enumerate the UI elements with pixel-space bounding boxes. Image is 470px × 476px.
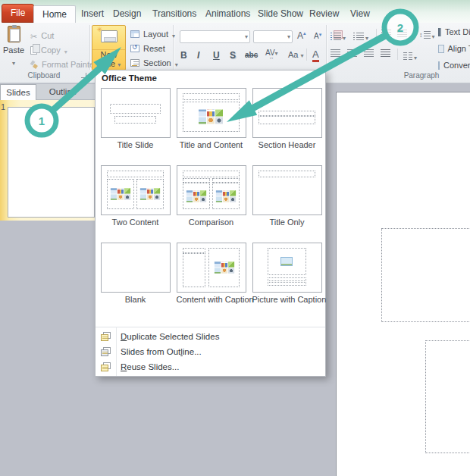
placeholder-outline (268, 277, 306, 281)
new-slide-label-2: Slide (92, 59, 125, 68)
increase-indent-icon (397, 30, 407, 38)
slide-editing-canvas[interactable] (336, 92, 470, 476)
section-button[interactable]: Section (130, 56, 178, 70)
placeholder-outline (110, 104, 161, 114)
tab-file[interactable]: File (2, 4, 34, 23)
line-spacing-button[interactable]: ↕ (419, 28, 435, 42)
layout-thumbnail (177, 88, 246, 138)
justify-button[interactable] (381, 49, 390, 58)
increase-indent-button[interactable] (397, 30, 407, 38)
copy-button[interactable]: Copy (30, 43, 67, 57)
layout-caret (172, 27, 175, 41)
align-text-button[interactable]: Align Text (438, 42, 470, 55)
layout-option-content-with-caption[interactable]: Content with Caption (177, 243, 246, 305)
pane-tab-slides[interactable]: Slides (0, 84, 36, 100)
underline-button[interactable]: U (213, 50, 220, 61)
menu-item-duplicate-selected-slides[interactable]: Duplicate Selected Slides (96, 329, 325, 344)
tab-review[interactable]: Review (301, 5, 347, 23)
layout-option-title-slide[interactable]: Title Slide (101, 88, 171, 151)
new-slide-dropdown: Office Theme Title SlideTitle and Conten… (95, 70, 326, 377)
decrease-indent-icon (381, 30, 391, 38)
convert-smartart-button[interactable]: Convert to SmartArt (438, 58, 470, 72)
slide-thumbnail[interactable] (8, 107, 95, 218)
format-painter-button[interactable]: Format Painter (30, 58, 97, 71)
menu-item-reuse-slides[interactable]: Reuse Slides... (96, 359, 325, 374)
numbering-button[interactable] (353, 30, 368, 43)
layout-option-two-content[interactable]: Two Content (101, 165, 171, 228)
paste-button[interactable]: Paste (2, 25, 26, 70)
text-shadow-button[interactable]: S (230, 50, 236, 61)
reset-button[interactable]: Reset (130, 42, 165, 55)
layout-label: Title Only (252, 218, 322, 228)
align-center-button[interactable] (347, 49, 357, 58)
align-text-icon (438, 45, 444, 53)
slide-thumbnail-zone: 1 (0, 100, 95, 221)
clipboard-dialog-launcher-icon[interactable] (81, 73, 86, 78)
separator (397, 49, 398, 60)
cut-button[interactable]: Cut (30, 29, 54, 42)
layout-label: Title and Content (177, 140, 246, 151)
grow-font-button[interactable]: A (297, 30, 306, 41)
layout-gallery: Title SlideTitle and ContentSection Head… (99, 88, 324, 305)
text-placeholder[interactable] (381, 228, 470, 322)
text-direction-label: Text Direction (445, 27, 470, 36)
new-slide-menu-half[interactable]: New Slide (92, 49, 125, 71)
new-slide-button[interactable]: New Slide (92, 25, 126, 70)
placeholder-outline (136, 179, 164, 209)
placeholder-outline (107, 179, 134, 209)
italic-button[interactable]: I (197, 50, 199, 61)
bullets-button[interactable] (331, 30, 346, 43)
placeholder-outline (183, 178, 210, 183)
character-spacing-button[interactable]: AV↔ (265, 49, 278, 60)
layout-option-blank[interactable]: Blank (101, 243, 171, 305)
placeholder-outline (183, 102, 240, 132)
tab-design[interactable]: Design (105, 5, 149, 23)
text-placeholder[interactable] (425, 340, 470, 453)
align-left-button[interactable] (331, 49, 340, 58)
duplicate-slides-icon (101, 332, 111, 341)
paste-dropdown-caret[interactable] (12, 55, 15, 67)
picture-icon (280, 257, 293, 266)
strikethrough-button[interactable]: abc (245, 51, 258, 59)
placeholder-outline (183, 248, 206, 252)
copy-label: Copy (41, 45, 61, 55)
layout-thumbnail (101, 88, 171, 138)
tab-view[interactable]: View (342, 5, 378, 23)
content-icons (140, 188, 160, 200)
placeholder-outline (212, 183, 240, 209)
bold-button[interactable]: B (180, 50, 187, 61)
tab-transitions[interactable]: Transitions (144, 5, 205, 23)
content-icons (214, 261, 233, 274)
section-icon (130, 59, 139, 67)
layout-option-title-and-content[interactable]: Title and Content (177, 88, 246, 151)
decrease-indent-button[interactable] (381, 30, 391, 38)
layout-option-picture-with-caption[interactable]: Picture with Caption (252, 243, 322, 305)
menu-separator (96, 327, 325, 327)
placeholder-outline (183, 253, 206, 287)
copy-dropdown-caret (64, 43, 67, 57)
group-separator (326, 25, 327, 70)
layout-thumbnail (101, 243, 171, 293)
align-left-icon (331, 49, 340, 58)
shrink-font-button[interactable]: A (314, 32, 321, 40)
columns-button[interactable] (403, 49, 417, 63)
font-name-combo[interactable] (180, 30, 250, 43)
clipboard-group-label: Clipboard (8, 71, 80, 80)
layout-button[interactable]: Layout (130, 27, 175, 41)
layout-option-title-only[interactable]: Title Only (252, 165, 322, 228)
text-direction-button[interactable]: Text Direction (438, 25, 470, 39)
tab-home[interactable]: Home (33, 5, 76, 23)
layout-option-comparison[interactable]: Comparison (177, 165, 246, 228)
layout-option-section-header[interactable]: Section Header (252, 88, 322, 151)
text-direction-icon (438, 28, 441, 36)
pane-tab-outline[interactable]: Outline (37, 84, 89, 100)
align-right-button[interactable] (364, 49, 374, 58)
font-color-button[interactable]: A (312, 49, 319, 62)
font-size-combo[interactable] (253, 30, 293, 43)
new-slide-icon-half[interactable] (92, 26, 125, 49)
content-icons (111, 188, 130, 200)
menu-item-slides-from-outline[interactable]: Slides from Outline... (96, 344, 325, 359)
change-case-button[interactable]: Aa (288, 50, 304, 59)
new-slide-label-1: New (92, 50, 125, 59)
align-text-label: Align Text (448, 44, 470, 53)
